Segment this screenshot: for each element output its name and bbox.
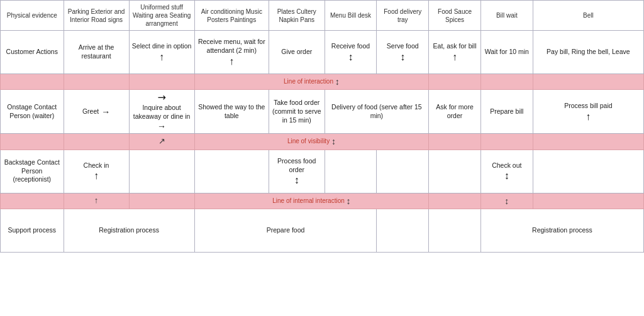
text: Serve food [387,42,419,51]
header-col3: Air conditioning Music Posters Paintings [194,1,269,31]
backstage-cell-4 [325,150,377,193]
arrow-right-icon: → [157,122,166,131]
text: Prepare food [267,226,305,235]
text: Wait for 10 min [485,48,529,57]
customer-cell-4: Receive food ↕ [325,31,377,74]
text: Prepare bill [490,107,523,116]
text: Check out [492,161,521,170]
line-internal-cell-9 [533,193,643,209]
customer-cell-1: Select dine in option ↑ [129,31,194,74]
backstage-cell-7: Check out ↕ [480,150,533,193]
line-internal-label-col [1,193,64,209]
line-interaction-label [1,74,64,90]
line-internal-cell-2 [129,193,194,209]
onstage-cell-7: Prepare bill [480,90,533,134]
line-interaction-cell-7 [429,74,481,90]
onstage-cell-8: Process bill paid ↑ [533,90,643,134]
line-internal-cell-1: ↑ [64,193,129,209]
line-internal-cell-7 [429,193,481,209]
text: Process food order [271,157,323,174]
line-interaction-text: Line of interaction ↕ [194,74,429,90]
customer-cell-3: Give order [269,31,325,74]
onstage-cell-1: ↗ Inquire about takeaway or dine in → [129,90,194,134]
arrow-up-icon: ↑ [586,112,591,122]
header-col1: Parking Exterior and Interior Road signs [64,1,129,31]
support-cell-6 [429,209,481,252]
onstage-row: Onstage Contact Person (waiter) Greet → … [1,90,644,134]
text: Receive food [331,42,370,51]
header-col2: Uniformed stuff Waiting area Seating arr… [129,1,194,31]
support-label: Support process [1,209,64,252]
header-physical-evidence: Physical evidence [1,1,64,31]
text: Eat, ask for bill [433,42,477,51]
arrow-up-icon: ↑ [94,171,99,181]
arrow-updown-icon: ↕ [504,171,509,181]
line-interaction-cell-2 [129,74,194,90]
text: Give order [281,48,312,57]
onstage-cell-0: Greet → [64,90,129,134]
customer-cell-7: Wait for 10 min [480,31,533,74]
line-visibility-row: ↗ Line of visibility ↕ [1,134,644,150]
onstage-cell-2: Showed the way to the table [194,90,269,134]
line-interaction-cell-9 [533,74,643,90]
customer-cell-0: Arrive at the restaurant [64,31,129,74]
backstage-cell-6 [429,150,481,193]
backstage-cell-1 [129,150,194,193]
customer-cell-2: Receive menu, wait for attendant (2 min)… [194,31,269,74]
text: Pay bill, Ring the bell, Leave [547,48,630,57]
text: Inquire about takeaway or dine in [131,104,192,121]
text: Receive menu, wait for attendant (2 min) [197,38,267,55]
line-interaction-row: Line of interaction ↕ [1,74,644,90]
backstage-cell-0: Check in ↑ [64,150,129,193]
support-cell-registration2: Registration process [480,209,643,252]
support-cell-5 [377,209,429,252]
text: Ask for more order [431,103,479,120]
header-col4: Plates Cultery Napkin Pans [269,1,325,31]
service-blueprint-table: Physical evidence Parking Exterior and I… [0,0,644,253]
line-visibility-cell-2: ↗ [129,134,194,150]
header-col7: Food Sauce Spices [429,1,481,31]
support-cell-prepare: Prepare food [194,209,377,252]
text: Delivery of food (serve after 15 min) [327,103,427,120]
line-internal-row: ↑ Line of internal interaction ↕ ↕ [1,193,644,209]
customer-row: Customer Actions Arrive at the restauran… [1,31,644,74]
arrow-right-icon: → [101,107,110,116]
text: Process bill paid [564,102,612,111]
line-internal-cell-8: ↕ [480,193,533,209]
arrow-updown-icon: ↕ [348,52,353,62]
text: Registration process [532,226,592,235]
onstage-cell-6: Ask for more order [429,90,481,134]
customer-cell-5: Serve food ↕ [377,31,429,74]
backstage-row: Backstage Contact Person (receptionist) … [1,150,644,193]
arrow-up-icon: ↑ [159,52,164,62]
customer-cell-8: Pay bill, Ring the bell, Leave [533,31,643,74]
text: Check in [84,161,109,170]
line-internal-text: Line of internal interaction ↕ [194,193,429,209]
onstage-cell-4: Delivery of food (serve after 15 min) [325,90,429,134]
backstage-cell-2 [194,150,269,193]
backstage-cell-8 [533,150,643,193]
header-col5: Menu Bill desk [325,1,377,31]
header-row: Physical evidence Parking Exterior and I… [1,1,644,31]
onstage-cell-3: Take food order (commit to serve in 15 m… [269,90,325,134]
text: Arrive at the restaurant [66,43,127,60]
header-col9: Bell [533,1,643,31]
arrow-diagonal-icon: ↗ [155,91,169,104]
line-visibility-cell-1 [64,134,129,150]
arrow-updown-icon: ↕ [400,52,405,62]
text: Showed the way to the table [197,103,267,120]
arrow-up-icon: ↑ [452,52,457,62]
arrow-up-icon: ↑ [229,57,234,67]
line-visibility-cell-7 [429,134,481,150]
line-visibility-text: Line of visibility ↕ [194,134,429,150]
line-visibility-cell-8 [480,134,533,150]
backstage-label: Backstage Contact Person (receptionist) [1,150,64,193]
backstage-cell-3: Process food order ↕ [269,150,325,193]
line-interaction-cell-1 [64,74,129,90]
support-row: Support process Registration process Pre… [1,209,644,252]
text: Registration process [99,226,159,235]
text: Greet [82,107,99,116]
line-visibility-label-col [1,134,64,150]
customer-cell-6: Eat, ask for bill ↑ [429,31,481,74]
onstage-label: Onstage Contact Person (waiter) [1,90,64,134]
